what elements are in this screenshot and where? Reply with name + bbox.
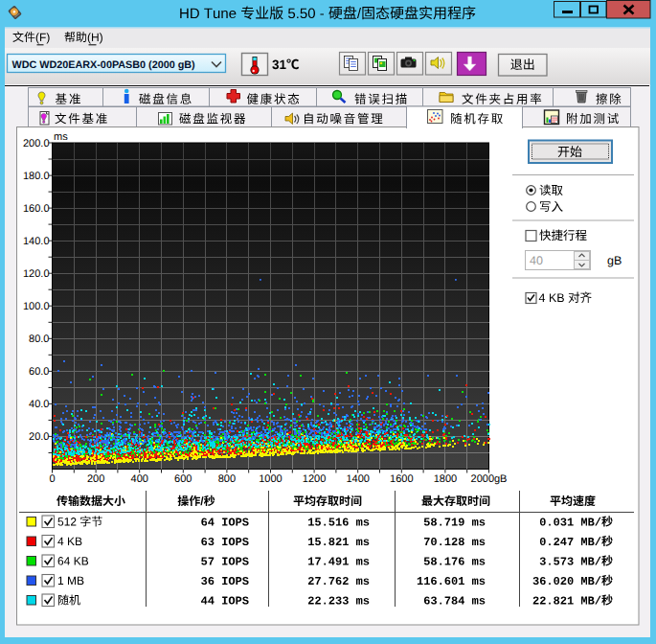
svg-text:2000gB: 2000gB <box>471 473 508 485</box>
svg-text:400: 400 <box>131 473 148 485</box>
svg-text:40.0: 40.0 <box>29 399 49 410</box>
svg-text:160.0: 160.0 <box>23 203 50 215</box>
svg-text:600: 600 <box>174 473 192 485</box>
svg-text:1000: 1000 <box>259 473 282 485</box>
svg-text:1200: 1200 <box>303 473 326 485</box>
svg-text:100.0: 100.0 <box>23 301 50 312</box>
svg-text:80.0: 80.0 <box>29 334 49 345</box>
svg-text:40: 40 <box>530 254 543 267</box>
svg-text:180.0: 180.0 <box>23 171 50 182</box>
svg-text:20.0: 20.0 <box>29 431 49 443</box>
svg-text:120.0: 120.0 <box>23 268 50 280</box>
svg-text:0: 0 <box>49 473 55 485</box>
svg-text:1400: 1400 <box>346 473 369 485</box>
svg-text:60.0: 60.0 <box>29 366 49 378</box>
svg-text:1600: 1600 <box>390 473 413 485</box>
svg-text:200: 200 <box>87 473 104 485</box>
svg-text:1800: 1800 <box>434 473 457 485</box>
svg-text:140.0: 140.0 <box>23 236 50 247</box>
svg-text:WDC WD20EARX-00PASB0 (2000 gB): WDC WD20EARX-00PASB0 (2000 gB) <box>12 59 196 71</box>
svg-text:ms: ms <box>54 131 68 143</box>
svg-text:gB: gB <box>607 254 622 267</box>
svg-text:800: 800 <box>218 473 236 485</box>
svg-text:200.0: 200.0 <box>23 138 50 150</box>
